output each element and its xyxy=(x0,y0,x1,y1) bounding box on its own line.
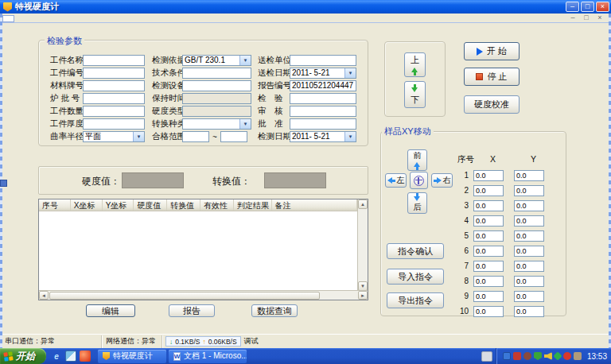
xy-y-input[interactable]: 0.0 xyxy=(514,291,544,302)
results-col-7[interactable]: 备注 xyxy=(272,199,357,211)
workpiece-qty-input[interactable] xyxy=(83,106,145,117)
results-col-5[interactable]: 有效性 xyxy=(200,199,234,211)
results-col-2[interactable]: Y坐标 xyxy=(103,199,134,211)
xy-y-input[interactable]: 0.0 xyxy=(514,230,544,242)
xy-x-input[interactable]: 0.0 xyxy=(473,261,504,272)
submit-date-select[interactable]: 2011- 5-21▼ xyxy=(290,68,356,79)
xy-y-input[interactable]: 0.0 xyxy=(514,185,544,196)
results-col-6[interactable]: 判定结果 xyxy=(234,199,272,211)
move-left-button[interactable]: 左 xyxy=(385,173,407,188)
scrollbar-thumb[interactable] xyxy=(49,292,320,300)
pass-range-max-input[interactable] xyxy=(220,131,247,142)
conversion-type-select[interactable]: ▼ xyxy=(182,118,251,130)
security-icon[interactable] xyxy=(523,352,531,360)
furnace-batch-no-input[interactable] xyxy=(83,93,145,104)
inner-close-button[interactable]: × xyxy=(595,14,605,22)
network-error-icon[interactable] xyxy=(513,352,521,360)
start-button[interactable]: 开 始 xyxy=(464,42,520,60)
edit-button[interactable]: 编辑 xyxy=(86,304,135,317)
move-back-label: 后 xyxy=(414,202,422,213)
shield-green-icon[interactable] xyxy=(534,352,542,360)
z-up-button[interactable]: 上 xyxy=(404,52,426,77)
scroll-left-icon[interactable]: ◄ xyxy=(39,291,49,300)
show-desktop-icon[interactable] xyxy=(65,350,76,362)
horizontal-scrollbar[interactable]: ◄ ► xyxy=(39,290,368,300)
move-right-button[interactable]: 右 xyxy=(431,173,453,188)
z-down-button[interactable]: 下 xyxy=(404,81,426,108)
submit-unit-input[interactable] xyxy=(290,55,356,66)
dropdown-arrow-icon[interactable]: ▼ xyxy=(344,68,356,78)
scroll-right-icon[interactable]: ► xyxy=(358,291,368,300)
xy-y-input[interactable]: 0.0 xyxy=(514,276,544,287)
pinwheel-red-icon[interactable] xyxy=(563,352,571,360)
xy-x-input[interactable]: 0.0 xyxy=(473,215,504,227)
dropdown-arrow-icon[interactable]: ▼ xyxy=(239,56,251,65)
start-button-taskbar[interactable]: 开始 xyxy=(0,348,46,364)
results-col-4[interactable]: 转换值 xyxy=(167,199,200,211)
xy-x-input[interactable]: 0.0 xyxy=(473,230,504,242)
xy-x-input[interactable]: 0.0 xyxy=(473,185,504,196)
results-col-1[interactable]: X坐标 xyxy=(71,199,103,211)
technical-condition-input[interactable] xyxy=(182,68,251,79)
test-device-input[interactable] xyxy=(182,80,251,91)
results-col-3[interactable]: 硬度值 xyxy=(134,199,167,211)
xy-x-input[interactable]: 0.0 xyxy=(473,246,504,257)
move-front-button[interactable]: 前 xyxy=(407,149,427,171)
approver-input[interactable] xyxy=(290,118,356,130)
workpiece-thickness-input[interactable] xyxy=(83,118,145,130)
scroll-up-icon[interactable]: ▲ xyxy=(358,199,368,209)
ie-icon[interactable]: e xyxy=(51,350,62,362)
task-word-document[interactable]: W 文档 1 - Microso... xyxy=(169,350,247,363)
workpiece-no-input[interactable] xyxy=(83,68,145,79)
media-player-icon[interactable] xyxy=(80,350,91,362)
xy-x-input[interactable]: 0.0 xyxy=(473,170,504,181)
dropdown-arrow-icon[interactable]: ▼ xyxy=(133,132,144,141)
curvature-radius-select[interactable]: 平面▼ xyxy=(83,131,145,142)
inner-restore-button[interactable]: □ xyxy=(582,14,591,22)
xy-y-input[interactable]: 0.0 xyxy=(514,306,544,317)
xy-y-input[interactable]: 0.0 xyxy=(514,215,544,227)
pass-range-min-input[interactable] xyxy=(182,131,209,142)
inspector-input[interactable] xyxy=(290,93,356,104)
speaker-icon[interactable] xyxy=(544,352,552,360)
test-standard-select[interactable]: GB/T 230.1▼ xyxy=(182,55,251,66)
xy-x-input[interactable]: 0.0 xyxy=(473,276,504,287)
xy-y-input[interactable]: 0.0 xyxy=(514,246,544,257)
export-command-button[interactable]: 导出指令 xyxy=(387,292,444,308)
app-shield-icon xyxy=(103,352,110,360)
z-axis-groupbox: 上 下 xyxy=(384,41,446,117)
diamond-green-icon[interactable] xyxy=(553,351,562,360)
inner-minimize-button[interactable]: – xyxy=(568,14,578,22)
calibrate-button[interactable]: 硬度校准 xyxy=(464,95,520,114)
dropdown-arrow-icon[interactable]: ▼ xyxy=(344,132,356,141)
xy-x-input[interactable]: 0.0 xyxy=(473,291,504,302)
data-query-button[interactable]: 数据查询 xyxy=(251,304,298,317)
command-confirm-button[interactable]: 指令确认 xyxy=(387,243,444,259)
reviewer-input[interactable] xyxy=(290,106,356,117)
import-command-button[interactable]: 导入指令 xyxy=(387,269,444,285)
close-button[interactable]: × xyxy=(596,2,609,12)
xy-y-input[interactable]: 0.0 xyxy=(514,170,544,181)
ime-icon[interactable] xyxy=(481,351,492,362)
monitor-icon[interactable] xyxy=(503,352,511,360)
move-back-button[interactable]: 后 xyxy=(407,192,427,214)
vertical-scrollbar[interactable]: ▲ ▼ xyxy=(357,199,368,291)
stop-button[interactable]: 停 止 xyxy=(464,68,520,86)
workpiece-name-input[interactable] xyxy=(83,55,145,66)
xy-x-input[interactable]: 0.0 xyxy=(473,306,504,317)
report-no-input[interactable]: 20110521204447 xyxy=(290,80,356,91)
xy-y-input[interactable]: 0.0 xyxy=(514,261,544,272)
results-col-0[interactable]: 序号 xyxy=(39,199,71,211)
material-grade-input[interactable] xyxy=(83,80,145,91)
move-center-button[interactable] xyxy=(410,172,428,189)
usb-icon[interactable] xyxy=(574,352,582,360)
minimize-button[interactable]: – xyxy=(566,2,579,12)
window-titlebar: 特视硬度计 – □ × xyxy=(0,0,611,14)
task-hardness-app[interactable]: 特视硬度计 xyxy=(98,350,166,363)
xy-y-input[interactable]: 0.0 xyxy=(514,200,544,211)
dropdown-arrow-icon[interactable]: ▼ xyxy=(239,119,251,129)
report-button[interactable]: 报告 xyxy=(169,304,215,317)
test-date-select[interactable]: 2011- 5-21▼ xyxy=(290,131,356,142)
xy-x-input[interactable]: 0.0 xyxy=(473,200,504,211)
restore-button[interactable]: □ xyxy=(581,2,594,12)
